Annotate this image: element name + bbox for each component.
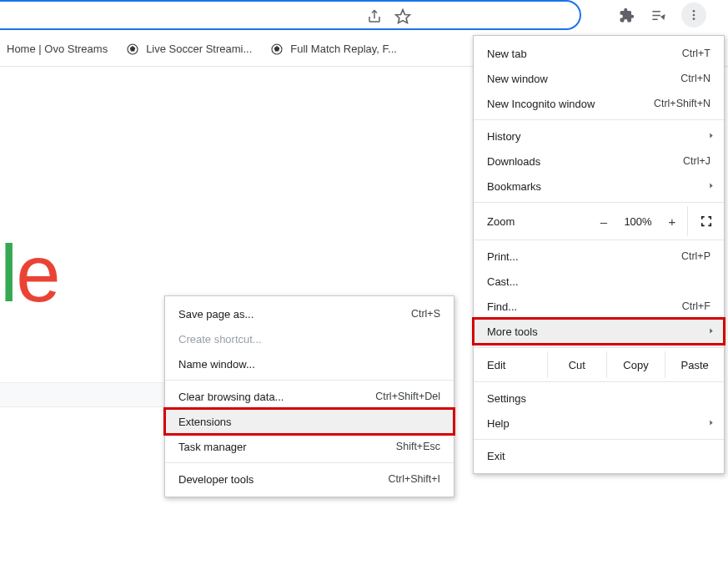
menu-find[interactable]: Find... Ctrl+F [474, 294, 724, 319]
google-logo-fragment: g le [0, 234, 59, 314]
zoom-in-button[interactable]: + [657, 214, 687, 229]
kebab-menu-button[interactable] [681, 3, 706, 28]
submenu-clear-data[interactable]: Clear browsing data... Ctrl+Shift+Del [165, 384, 454, 409]
submenu-extensions[interactable]: Extensions [165, 409, 454, 434]
search-bar-fragment [0, 382, 164, 407]
svg-marker-10 [275, 46, 279, 50]
edit-copy-button[interactable]: Copy [606, 351, 665, 378]
extensions-puzzle-icon[interactable] [618, 7, 635, 23]
omnibox[interactable] [0, 0, 581, 30]
svg-marker-0 [396, 10, 410, 23]
menu-exit[interactable]: Exit [474, 443, 724, 468]
submenu-create-shortcut: Create shortcut... [165, 326, 454, 351]
submenu-save-page[interactable]: Save page as... Ctrl+S [165, 301, 454, 326]
edit-paste-button[interactable]: Paste [665, 351, 724, 378]
menu-settings[interactable]: Settings [474, 386, 724, 411]
menu-new-tab[interactable]: New tab Ctrl+T [474, 41, 724, 66]
menu-downloads[interactable]: Downloads Ctrl+J [474, 149, 724, 174]
svg-point-6 [693, 18, 695, 20]
chrome-main-menu: New tab Ctrl+T New window Ctrl+N New Inc… [473, 35, 725, 474]
menu-history[interactable]: History [474, 124, 724, 149]
bookmark-full-match[interactable]: Full Match Replay, F... [269, 41, 397, 58]
svg-point-4 [693, 10, 695, 13]
menu-zoom-row: Zoom – 100% + [474, 206, 724, 236]
fullscreen-button[interactable] [687, 206, 724, 236]
bookmark-ovo[interactable]: Home | Ovo Streams [7, 43, 108, 55]
submenu-arrow-icon [707, 180, 715, 193]
soccer-icon [269, 41, 285, 58]
menu-more-tools[interactable]: More tools [474, 319, 724, 344]
menu-print[interactable]: Print... Ctrl+P [474, 244, 724, 269]
menu-cast[interactable]: Cast... [474, 269, 724, 294]
more-tools-submenu: Save page as... Ctrl+S Create shortcut..… [164, 295, 454, 497]
edit-cut-button[interactable]: Cut [547, 351, 606, 378]
address-bar-row [0, 0, 728, 32]
submenu-arrow-icon [707, 417, 715, 430]
submenu-arrow-icon [707, 325, 715, 338]
reading-list-icon[interactable] [650, 7, 666, 23]
svg-marker-8 [130, 46, 134, 50]
zoom-value: 100% [619, 215, 657, 228]
edit-label: Edit [474, 351, 547, 378]
submenu-arrow-icon [707, 130, 715, 143]
submenu-task-manager[interactable]: Task manager Shift+Esc [165, 434, 454, 459]
bookmark-label: Live Soccer Streami... [146, 43, 252, 55]
menu-bookmarks[interactable]: Bookmarks [474, 174, 724, 199]
svg-point-5 [693, 14, 695, 17]
share-icon[interactable] [366, 8, 383, 25]
bookmark-star-icon[interactable] [394, 8, 411, 25]
menu-new-window[interactable]: New window Ctrl+N [474, 66, 724, 91]
zoom-label: Zoom [474, 215, 589, 228]
menu-help[interactable]: Help [474, 411, 724, 436]
bookmark-label: Full Match Replay, F... [290, 43, 397, 55]
menu-edit-row: Edit Cut Copy Paste [474, 351, 724, 378]
submenu-developer-tools[interactable]: Developer tools Ctrl+Shift+I [165, 467, 454, 492]
menu-new-incognito[interactable]: New Incognito window Ctrl+Shift+N [474, 91, 724, 116]
zoom-out-button[interactable]: – [589, 214, 619, 229]
bookmark-label: Home | Ovo Streams [7, 43, 108, 55]
soccer-icon [124, 41, 141, 58]
submenu-name-window[interactable]: Name window... [165, 351, 454, 376]
bookmark-live-soccer[interactable]: Live Soccer Streami... [124, 41, 252, 58]
